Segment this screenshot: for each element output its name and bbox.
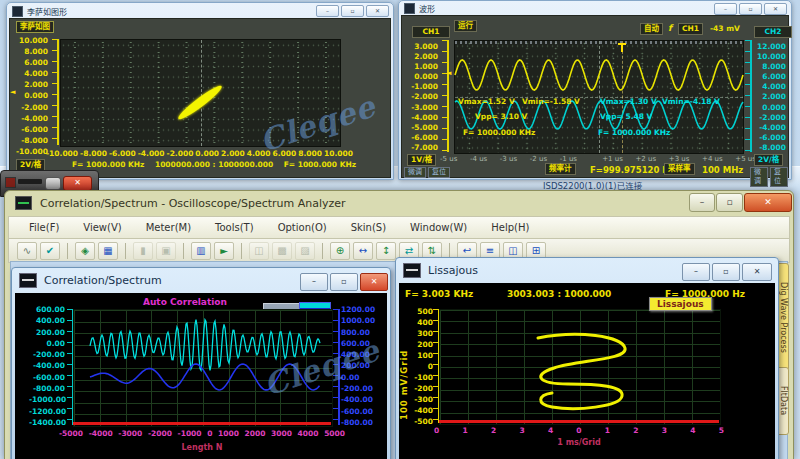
ch1-scale-label: 1V/格: [407, 154, 436, 166]
x-tick-label: +3 us: [669, 155, 690, 163]
y-tick-label: -100: [411, 373, 433, 382]
correlation-spectrum-window[interactable]: Correlation/Spectrum – ▫ ✕ Auto Correlat…: [11, 267, 391, 459]
y-tick-label: 1000.00: [341, 316, 381, 325]
lissajous-window[interactable]: Lissajous – ▫ ✕ F= 3.003 KHz 3003.003 : …: [395, 257, 779, 459]
y-tick-label: 400.00: [29, 316, 65, 325]
display-icon[interactable]: ◈: [75, 242, 95, 260]
connect-device-icon[interactable]: ✔: [40, 242, 60, 260]
cursor-icon[interactable]: ▥: [191, 242, 211, 260]
menu-item[interactable]: View(V): [71, 220, 133, 235]
pointer-icon[interactable]: ►: [214, 242, 234, 260]
ch1-reset-button[interactable]: 复位: [428, 167, 450, 178]
minimize-button[interactable]: –: [316, 5, 339, 17]
y-tick-label: -6.000: [752, 133, 786, 142]
minimize-button[interactable]: –: [689, 193, 715, 212]
minimize-button[interactable]: –: [714, 3, 737, 15]
x-tick-label: 4.000: [247, 149, 271, 158]
close-button[interactable]: ✕: [366, 5, 389, 17]
correlation-traces: [74, 310, 332, 426]
frequency-readout: F= 1000.000 KHz 1000000.000 : 1000000.00…: [72, 160, 356, 169]
ch2-fine-tune-button[interactable]: 微调: [750, 167, 768, 187]
y-tick-label: -400.00: [341, 395, 381, 404]
toolbar-separator: [322, 243, 323, 259]
spectrum-icon[interactable]: ▦: [98, 242, 118, 260]
x-tick-label: +4 us: [702, 155, 723, 163]
maximize-button[interactable]: ▫: [739, 3, 762, 15]
y-tick-label: 100: [411, 351, 433, 360]
ch1-label[interactable]: CH1: [412, 26, 450, 38]
close-button[interactable]: ✕: [742, 263, 772, 281]
menu-item[interactable]: Skin(S): [339, 220, 398, 235]
toolbar-separator: [241, 243, 242, 259]
ch2-y-ticks: 12.00010.0008.0006.0004.0002.0000.000-2.…: [752, 42, 786, 152]
titlebar[interactable]: Correlation/Spectrum – ▫ ✕: [12, 268, 390, 293]
y-axis-ticks: 10.0008.0006.0004.0002.0000.000-2.000-4.…: [14, 36, 48, 156]
waveform-icon[interactable]: ∿: [17, 242, 37, 260]
trigger-source-label[interactable]: CH1: [678, 23, 703, 35]
ch1-fine-tune-button[interactable]: 微调: [404, 167, 426, 178]
main-application-window[interactable]: Correlation/Spectrum - Oscilloscope/Spec…: [4, 190, 794, 459]
menu-item[interactable]: File(F): [17, 220, 71, 235]
x-tick-label: -2000: [148, 429, 172, 438]
x-tick-label: -5000: [59, 429, 83, 438]
y-tick-label: 2.000: [752, 92, 786, 101]
menu-item[interactable]: Window(W): [398, 220, 479, 235]
ch2-label[interactable]: CH2: [754, 26, 792, 38]
measure-icon[interactable]: ◫: [249, 242, 269, 260]
lissajous-plot[interactable]: [439, 309, 721, 425]
x-tick-label: 1: [605, 426, 610, 435]
y-tick-label: 0.000: [404, 72, 438, 81]
waveform-plot[interactable]: Vmax=1.52 V Vmin=-1.58 V Vpp= 3.10 V F= …: [454, 40, 744, 154]
close-button[interactable]: ✕: [63, 176, 92, 191]
maximize-button[interactable]: ▫: [330, 273, 358, 291]
toolbar-separator: [67, 243, 68, 259]
y-tick-label: -200.00: [341, 384, 381, 393]
titlebar[interactable]: Lissajous – ▫ ✕: [396, 258, 778, 283]
zoom-x-icon[interactable]: ↔: [353, 242, 373, 260]
correlation-plot[interactable]: [73, 309, 333, 427]
y-tick-label: -400.00: [29, 361, 65, 370]
record-icon[interactable]: ▨: [295, 242, 315, 260]
x-tick-label: -8.000: [80, 149, 107, 158]
snapshot-icon[interactable]: ▩: [272, 242, 292, 260]
y-tick-label: 6.000: [752, 72, 786, 81]
auto-correlation-trace: [90, 320, 320, 371]
main-titlebar[interactable]: Correlation/Spectrum - Oscilloscope/Spec…: [5, 191, 793, 215]
maximize-button[interactable]: ▫: [341, 5, 364, 17]
y-tick-label: -1000.00: [29, 395, 65, 404]
close-button[interactable]: ✕: [360, 273, 388, 291]
x-tick-label: +5 us: [735, 155, 756, 163]
x-tick-label: 1: [462, 426, 467, 435]
menu-item[interactable]: Option(O): [266, 220, 339, 235]
trigger-mode-button[interactable]: 自动: [640, 23, 663, 35]
y-tick-label: 200.00: [341, 361, 381, 370]
pause-icon[interactable]: ▮: [133, 242, 153, 260]
close-button[interactable]: ✕: [744, 193, 792, 212]
ch2-reset-button[interactable]: 复位: [770, 167, 788, 187]
trigger-slope-icon[interactable]: f: [668, 23, 672, 33]
waveform-window[interactable]: 波形 –▫✕ 运行 自动 f CH1 -43 mV CH1 3.0002.000…: [398, 0, 792, 180]
minimize-button[interactable]: –: [300, 273, 328, 291]
minimize-button[interactable]: [45, 177, 61, 190]
menu-item[interactable]: Tools(T): [203, 220, 266, 235]
maximize-button[interactable]: ▫: [712, 263, 740, 281]
y-tick-label: -3.000: [404, 103, 438, 112]
y-tick-label: 10.000: [14, 36, 48, 45]
x-tick-label: 0: [207, 429, 212, 438]
titlebar[interactable]: 波形 –▫✕: [399, 1, 791, 16]
minimize-button[interactable]: –: [682, 263, 710, 281]
stop-icon[interactable]: ▣: [156, 242, 176, 260]
y-tick-label: 4.000: [14, 69, 48, 78]
zoom-in-icon[interactable]: ⊕: [330, 242, 350, 260]
menu-item[interactable]: Meter(M): [134, 220, 203, 235]
close-button[interactable]: ✕: [764, 3, 787, 15]
x-tick-label: 6.000: [273, 149, 297, 158]
left-y-ticks: 600.00400.00200.000.00-200.00-400.00-600…: [29, 305, 65, 427]
lissajous-figure-window[interactable]: 李萨如图形 –▫✕ 李萨如图 10.0008.0006.0004.0002.00…: [6, 2, 394, 180]
run-status-button[interactable]: 运行: [454, 20, 477, 32]
maximize-button[interactable]: ▫: [716, 193, 743, 212]
zoom-y-icon[interactable]: ↕: [376, 242, 396, 260]
xy-plot[interactable]: [60, 39, 341, 147]
menu-item[interactable]: Help(H): [479, 220, 541, 235]
corner-label: 李萨如图: [16, 21, 54, 33]
